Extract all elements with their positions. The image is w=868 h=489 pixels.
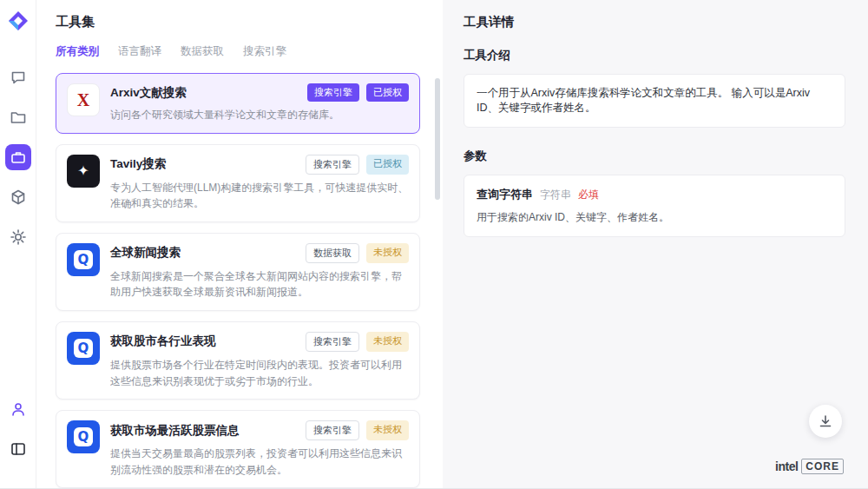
intro-text: 一个用于从Arxiv存储库搜索科学论文和文章的工具。 输入可以是Arxiv ID…: [477, 87, 810, 114]
news-icon: Q: [67, 243, 100, 276]
intel-text: intel: [775, 459, 798, 473]
tool-name: Tavily搜索: [110, 156, 166, 172]
auth-status-badge: 未授权: [366, 243, 409, 263]
tool-card-body: 获取市场最活跃股票信息 搜索引擎 未授权 提供当天交易量最高的股票列表，投资者可…: [110, 420, 409, 478]
tab-language-translation[interactable]: 语言翻译: [118, 44, 161, 59]
chat-icon[interactable]: [5, 64, 31, 90]
news-glyph: Q: [74, 427, 93, 446]
category-badge: 搜索引擎: [306, 155, 359, 175]
tool-card-body: 获取股市各行业表现 搜索引擎 未授权 提供股票市场各个行业在特定时间段内的表现。…: [110, 332, 409, 389]
tool-name: 获取股市各行业表现: [110, 334, 216, 349]
news-glyph: Q: [74, 250, 93, 269]
detail-title: 工具详情: [464, 14, 845, 30]
sidebar-toggle-icon[interactable]: [5, 436, 31, 462]
tool-description: 提供股票市场各个行业在特定时间段内的表现。投资者可以利用这些信息来识别表现优于或…: [110, 357, 409, 389]
tool-card-body: Arxiv文献搜索 搜索引擎 已授权 访问各个研究领域大量科学论文和文章的存储库…: [110, 83, 409, 123]
news-glyph: Q: [74, 339, 93, 358]
intro-section-title: 工具介绍: [464, 48, 845, 63]
list-scrollbar[interactable]: [435, 78, 440, 200]
category-tabs: 所有类别 语言翻译 数据获取 搜索引擎: [56, 44, 431, 59]
tool-card-body: Tavily搜索 搜索引擎 已授权 专为人工智能代理(LLM)构建的搜索引擎工具…: [110, 155, 409, 212]
tab-all-categories[interactable]: 所有类别: [56, 44, 99, 59]
toolbox-icon[interactable]: [5, 144, 31, 170]
category-badge: 搜索引擎: [306, 420, 359, 440]
tool-description: 全球新闻搜索是一个聚合全球各大新闻网站内容的搜索引擎，帮助用户快速获取全球最新资…: [110, 268, 409, 301]
arxiv-icon: X: [67, 83, 100, 116]
intro-card: 一个用于从Arxiv存储库搜索科学论文和文章的工具。 输入可以是Arxiv ID…: [464, 74, 845, 128]
tool-detail-pane: 工具详情 工具介绍 一个用于从Arxiv存储库搜索科学论文和文章的工具。 输入可…: [443, 0, 868, 488]
tool-card-arxiv[interactable]: X Arxiv文献搜索 搜索引擎 已授权 访问各个研究领域大量科学论文和文章的存…: [56, 73, 420, 134]
tool-card-global-news[interactable]: Q 全球新闻搜索 数据获取 未授权 全球新闻搜索是一个聚合全球各大新闻网站内容的…: [56, 233, 420, 311]
page-title: 工具集: [56, 14, 431, 30]
user-icon[interactable]: [5, 396, 31, 422]
tool-card-most-active-stocks[interactable]: Q 获取市场最活跃股票信息 搜索引擎 未授权 提供当天交易量最高的股票列表，投资…: [56, 410, 420, 488]
tool-name: Arxiv文献搜索: [110, 85, 187, 101]
news-icon: Q: [67, 420, 100, 453]
app-logo-icon: [8, 10, 29, 35]
param-type: 字符串: [540, 188, 571, 202]
tool-description: 访问各个研究领域大量科学论文和文章的存储库。: [110, 107, 409, 123]
auth-status-badge: 已授权: [366, 155, 409, 175]
auth-status-badge: 未授权: [366, 332, 409, 352]
sparkle-icon: ✦: [67, 155, 100, 188]
settings-gear-icon[interactable]: [5, 224, 31, 250]
tool-card-tavily[interactable]: ✦ Tavily搜索 搜索引擎 已授权 专为人工智能代理(LLM)构建的搜索引擎…: [56, 144, 420, 222]
cube-icon[interactable]: [5, 184, 31, 210]
category-badge: 数据获取: [306, 243, 359, 263]
intel-core-logo: intel CORE: [775, 459, 844, 474]
app-window: 工具集 所有类别 语言翻译 数据获取 搜索引擎 X Arxiv文献搜索 搜索引擎…: [0, 0, 868, 489]
tool-name: 获取市场最活跃股票信息: [110, 423, 240, 439]
tool-description: 提供当天交易量最高的股票列表，投资者可以利用这些信息来识别流动性强的股票和潜在的…: [110, 446, 409, 478]
param-name: 查询字符串: [477, 187, 533, 202]
tool-description: 专为人工智能代理(LLM)构建的搜索引擎工具，可快速提供实时、准确和真实的结果。: [110, 180, 409, 212]
param-card: 查询字符串 字符串 必填 用于搜索的Arxiv ID、关键字、作者姓名。: [464, 175, 845, 237]
tab-search-engine[interactable]: 搜索引擎: [243, 44, 286, 59]
tool-list-pane: 工具集 所有类别 语言翻译 数据获取 搜索引擎 X Arxiv文献搜索 搜索引擎…: [36, 0, 443, 488]
params-section-title: 参数: [464, 149, 845, 164]
tool-card-sector-performance[interactable]: Q 获取股市各行业表现 搜索引擎 未授权 提供股票市场各个行业在特定时间段内的表…: [56, 321, 420, 400]
tool-card-body: 全球新闻搜索 数据获取 未授权 全球新闻搜索是一个聚合全球各大新闻网站内容的搜索…: [110, 243, 409, 301]
core-text: CORE: [801, 459, 844, 474]
download-button[interactable]: [809, 405, 842, 438]
category-badge: 搜索引擎: [307, 83, 359, 102]
param-description: 用于搜索的Arxiv ID、关键字、作者姓名。: [477, 210, 832, 225]
category-badge: 搜索引擎: [306, 332, 359, 352]
left-rail: [0, 0, 36, 488]
news-icon: Q: [67, 332, 100, 365]
tab-data-fetch[interactable]: 数据获取: [181, 44, 224, 59]
tool-card-list: X Arxiv文献搜索 搜索引擎 已授权 访问各个研究领域大量科学论文和文章的存…: [56, 73, 431, 488]
folder-icon[interactable]: [5, 104, 31, 130]
auth-status-badge: 已授权: [366, 83, 409, 102]
auth-status-badge: 未授权: [366, 420, 409, 440]
param-required-badge: 必填: [578, 188, 599, 202]
tool-name: 全球新闻搜索: [110, 245, 181, 261]
